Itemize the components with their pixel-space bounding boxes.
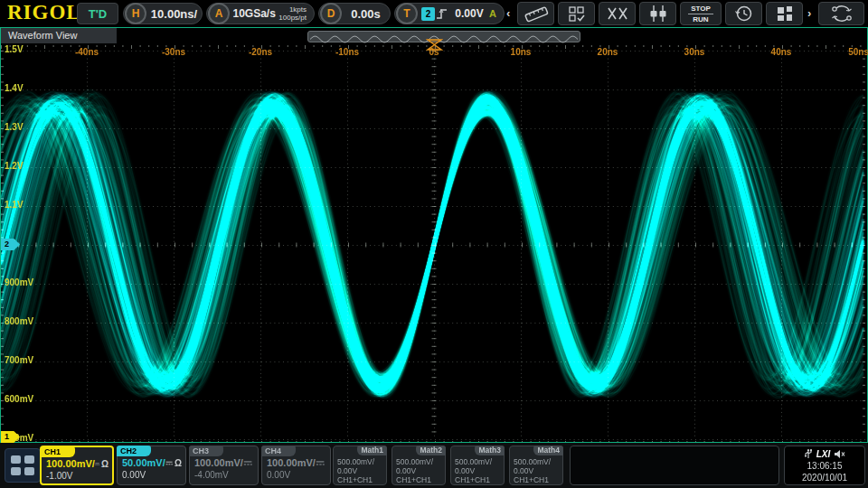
self-check-button[interactable] [818, 2, 864, 25]
math1-offset: 0.00V [334, 466, 386, 475]
math1-expression: CH1+CH1 [334, 475, 386, 484]
volt-label: 600mV [5, 394, 33, 404]
ch3-tab: CH3 [189, 446, 223, 456]
delay-value: 0.00s [342, 7, 390, 21]
usb-icon [804, 448, 813, 459]
toolbar-scroll-left[interactable]: ‹ [506, 6, 510, 20]
time-label: 40ns [771, 47, 792, 57]
math4-tab: Math4 [533, 446, 563, 455]
volt-label: 1.4V [5, 83, 24, 93]
system-date: 2020/10/01 [785, 472, 864, 483]
math2-offset: 0.00V [392, 466, 445, 475]
volt-label: 900mV [5, 277, 33, 287]
time-label: 30ns [684, 47, 705, 57]
volt-label: 700mV [5, 355, 33, 365]
horizontal-scale-value: 10.00ns/ [146, 7, 202, 21]
delay-badge: D [320, 3, 342, 24]
trigger-control[interactable]: T 2 0.00V A [394, 3, 505, 24]
math2-status-box[interactable]: Math2 500.00mV/ 0.00V CH1+CH1 [392, 446, 446, 485]
measure-button[interactable] [517, 2, 554, 25]
ch2-tab: CH2 [117, 446, 151, 456]
math2-expression: CH1+CH1 [392, 475, 445, 484]
system-status-box[interactable]: LXI 13:06:15 2020/10/01 [784, 446, 865, 485]
history-icon [734, 4, 754, 23]
ch1-status-box[interactable]: CH1 100.00mV/ Ω -1.00V [40, 446, 114, 485]
time-label: 10ns [511, 47, 532, 57]
ch3-scale: 100.00mV/ [194, 457, 243, 468]
xy-display-button[interactable] [599, 2, 636, 25]
menu-grid-icon [11, 455, 21, 464]
ch4-offset: 0.00V [262, 470, 330, 480]
ch2-scale: 50.00mV/ [122, 457, 165, 468]
windows-button[interactable] [766, 2, 803, 25]
time-label: -20ns [249, 47, 272, 57]
math3-expression: CH1+CH1 [451, 475, 504, 484]
math4-expression: CH1+CH1 [510, 475, 562, 484]
math1-tab: Math1 [357, 446, 387, 455]
math1-scale: 500.00mV/ [334, 457, 386, 466]
math4-status-box[interactable]: Math4 500.00mV/ 0.00V CH1+CH1 [509, 446, 563, 485]
self-check-refresh-icon [829, 3, 854, 24]
volt-label: 1.2V [5, 161, 24, 171]
math2-scale: 500.00mV/ [392, 457, 445, 466]
mute-icon [834, 449, 845, 459]
dc-coupling-icon [95, 459, 99, 469]
time-label: -10ns [335, 47, 359, 57]
menu-grid-icon [24, 455, 34, 464]
horizontal-badge: H [125, 3, 146, 24]
acquire-badge: A [208, 3, 230, 24]
math3-scale: 500.00mV/ [451, 457, 504, 466]
waveform-view-window: Waveform View -40ns-30ns-20ns-10ns0s10ns… [0, 27, 868, 443]
history-button[interactable] [725, 2, 762, 25]
all-measure-button[interactable] [558, 2, 595, 25]
menu-grid-icon [11, 467, 21, 475]
trigger-position-marker[interactable] [426, 39, 443, 51]
message-area [570, 446, 779, 485]
cursors-button[interactable] [639, 2, 676, 25]
ch4-scale: 100.00mV/ [267, 457, 316, 468]
system-time: 13:06:15 [785, 460, 864, 472]
time-label: 50ns [848, 47, 868, 57]
math3-status-box[interactable]: Math3 500.00mV/ 0.00V CH1+CH1 [450, 446, 505, 485]
horizontal-scale-control[interactable]: H 10.00ns/ [123, 3, 203, 24]
dc-coupling-icon [243, 458, 252, 468]
time-label: -40ns [75, 47, 99, 57]
dc-coupling-icon [316, 458, 325, 468]
ch4-status-box[interactable]: CH4 100.00mV/ 0.00V [261, 446, 331, 485]
acquire-control[interactable]: A 10GSa/s 1kpts 100ps/pt [206, 3, 315, 24]
mem-depth-value: 1kpts [278, 5, 307, 14]
bottom-bar: CH1 100.00mV/ Ω -1.00V CH2 50.00mV/ Ω 0.… [0, 443, 868, 488]
ch3-status-box[interactable]: CH3 100.00mV/ -4.00mV [189, 446, 259, 485]
run-label: RUN [688, 14, 713, 23]
ch1-scale: 100.00mV/ [46, 458, 95, 469]
stop-run-button[interactable]: STOP RUN [680, 2, 722, 25]
volt-label: 1.5V [5, 44, 24, 54]
horizontal-position-overview[interactable] [307, 31, 580, 42]
math4-scale: 500.00mV/ [510, 457, 562, 466]
math4-offset: 0.00V [510, 466, 562, 475]
toolbar-scroll-right[interactable]: › [807, 6, 811, 20]
resolution-value: 100ps/pt [278, 14, 307, 22]
top-bar: RIGOL T'D H 10.00ns/ A 10GSa/s 1kpts 100… [0, 0, 868, 27]
measure-ruler-icon [523, 4, 550, 23]
trigger-source-badge: 2 [421, 7, 435, 21]
trigger-status-badge[interactable]: T'D [77, 3, 118, 24]
ch4-tab: CH4 [261, 446, 296, 456]
delay-control[interactable]: D 0.00s [318, 3, 391, 24]
all-measure-icon [566, 4, 588, 23]
ch2-status-box[interactable]: CH2 50.00mV/ Ω 0.00V [117, 446, 186, 485]
ch3-offset: -4.00mV [190, 470, 258, 480]
math3-offset: 0.00V [451, 466, 504, 475]
stop-label: STOP [688, 5, 713, 14]
ch2-offset: 0.00V [118, 470, 185, 480]
home-menu-button[interactable] [5, 448, 41, 483]
voltage-axis: 1.5V1.4V1.3V1.2V1.1V1V900mV800mV700mV600… [1, 28, 55, 442]
time-label: 20ns [598, 47, 618, 57]
ch1-tab: CH1 [41, 446, 75, 457]
math1-status-box[interactable]: Math1 500.00mV/ 0.00V CH1+CH1 [333, 446, 387, 485]
sample-rate-value: 10GSa/s [230, 7, 278, 20]
trigger-badge: T [396, 3, 418, 24]
math2-tab: Math2 [416, 446, 446, 455]
waveform-display[interactable] [1, 44, 865, 442]
ch2-impedance: Ω [175, 458, 182, 468]
